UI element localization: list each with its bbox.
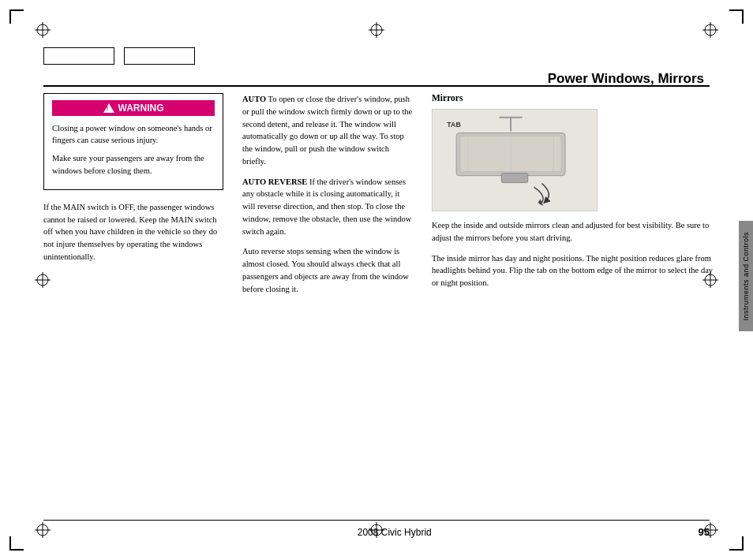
left-body-text: If the MAIN switch is OFF, the passenger… xyxy=(43,201,223,263)
top-tab-2 xyxy=(124,47,195,65)
reg-mark-top-center xyxy=(369,22,384,38)
auto-label: AUTO xyxy=(242,95,266,103)
right-column: Mirrors TAB xyxy=(422,93,736,517)
svg-rect-31 xyxy=(501,174,527,183)
svg-text:TAB: TAB xyxy=(447,121,461,129)
auto-section: AUTO To open or close the driver's windo… xyxy=(242,93,413,168)
footer-page-number: 95 xyxy=(699,526,710,538)
auto-reverse-section: AUTO REVERSE If the driver's window sens… xyxy=(242,176,413,238)
top-tab-1 xyxy=(43,47,114,65)
side-tab-label: Instruments and Controls xyxy=(742,232,750,321)
warning-header: WARNING xyxy=(52,100,215,116)
mirrors-title: Mirrors xyxy=(432,93,720,103)
corner-mark-tl xyxy=(9,9,24,24)
auto-reverse-body: Auto reverse stops sensing when the wind… xyxy=(242,245,413,295)
warning-label: WARNING xyxy=(118,103,164,114)
side-tab: Instruments and Controls xyxy=(739,221,753,331)
mirrors-text-2: The inside mirror has day and night posi… xyxy=(432,252,720,289)
corner-mark-br xyxy=(729,536,744,551)
auto-text: To open or close the driver's window, pu… xyxy=(242,95,412,166)
footer-line xyxy=(43,520,710,521)
top-tabs xyxy=(43,47,195,65)
corner-mark-tr xyxy=(729,9,744,24)
warning-box: WARNING Closing a power window on someon… xyxy=(43,93,223,190)
left-column: WARNING Closing a power window on someon… xyxy=(43,93,233,517)
page-title: Power Windows, Mirrors xyxy=(548,71,704,87)
reg-mark-top-left xyxy=(35,22,51,38)
warning-text-1: Closing a power window on someone's hand… xyxy=(52,122,215,146)
mirror-image: TAB xyxy=(432,109,598,211)
reg-mark-top-right xyxy=(702,22,718,38)
footer-center: 2008 Civic Hybrid xyxy=(358,527,432,538)
footer: 2008 Civic Hybrid 95 xyxy=(43,526,710,538)
middle-column: AUTO To open or close the driver's windo… xyxy=(233,93,422,517)
main-content: WARNING Closing a power window on someon… xyxy=(43,93,736,517)
mirrors-text-1: Keep the inside and outside mirrors clea… xyxy=(432,219,720,245)
corner-mark-bl xyxy=(9,536,24,551)
warning-triangle-icon xyxy=(103,103,114,113)
warning-text-2: Make sure your passengers are away from … xyxy=(52,152,215,176)
auto-reverse-label: AUTO REVERSE xyxy=(242,177,307,186)
